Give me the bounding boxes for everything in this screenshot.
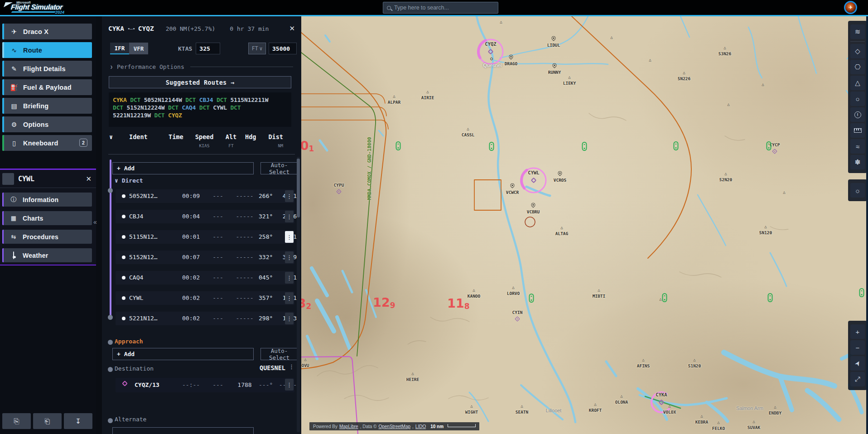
alert-filter-button[interactable]: ! — [850, 107, 865, 122]
wind-layer-button[interactable]: ≈ — [850, 139, 865, 154]
search-bar[interactable] — [383, 2, 498, 14]
route-waypoint-row[interactable]: CAQ400:02--------045°11⋮ — [116, 271, 294, 285]
ktas-label: KTAS — [178, 45, 192, 52]
sidebar-item-flight-details[interactable]: ✎Flight Details — [2, 61, 92, 77]
triangle-waypoint-icon: △ — [620, 394, 622, 398]
sidebar-item-options[interactable]: ⚙Options — [2, 116, 92, 132]
nav-arrow-icon: ➤ — [853, 359, 863, 368]
add-waypoint-input[interactable]: + Add — [112, 162, 254, 174]
vfr-capsule-icon — [489, 142, 494, 151]
sidebar-item-briefing[interactable]: ▤Briefing — [2, 98, 92, 114]
measure-button[interactable] — [850, 123, 865, 138]
route-token: DCT — [230, 104, 241, 111]
sidebar-item-kneeboard[interactable]: ▯Kneeboard2 — [2, 135, 92, 151]
airport-panel-close-button[interactable]: ✕ — [86, 175, 92, 183]
sidebar-item-draco-x[interactable]: ✈Draco X — [2, 24, 92, 39]
route-waypoint-row[interactable]: 5152N12…00:07--------332°37.9⋮ — [116, 251, 294, 264]
accent-bar — [2, 135, 4, 151]
suggested-routes-button[interactable]: Suggested Routes → — [109, 76, 291, 88]
auto-select-button[interactable]: Auto-Select — [260, 348, 298, 360]
weather-layer-button[interactable]: ✽ — [850, 155, 865, 169]
route-waypoint-row[interactable]: CYWL00:02--------357°14.1⋮ — [116, 291, 294, 305]
map-edge-scrollbar[interactable] — [866, 16, 868, 434]
performance-options-expander[interactable]: ❯ Performance Options — [110, 63, 293, 70]
map-canvas[interactable]: △ALPAR△AIRIE△CASSL△LIEKY△ALTAG△LORVO△KAN… — [301, 16, 868, 434]
load-flight-plan-button[interactable]: ⎗ — [33, 413, 62, 429]
destination-menu-button[interactable]: ⋮ — [285, 379, 294, 391]
waypoint-menu-button[interactable]: ⋮ — [285, 292, 294, 304]
section-approach[interactable]: Approach — [115, 338, 143, 345]
airport-panel-item-weather[interactable]: Weather — [2, 248, 92, 262]
triangle-waypoint-icon: △ — [752, 419, 755, 424]
map-toolbar: ≋◇⎔△○!≈✽ — [848, 21, 867, 173]
ndb-icon: ⎔ — [854, 63, 860, 71]
airspace-filter-button[interactable]: ○ — [850, 92, 865, 106]
destination-runway-row[interactable]: CYQZ/13--:-----1788---°-----⋮ — [116, 378, 294, 392]
route-timeline — [110, 159, 111, 318]
route-waypoint-row[interactable]: 5052N12…00:09--------266°49.1⋮ — [116, 189, 294, 203]
collapse-panel-button[interactable]: « — [93, 218, 97, 226]
triangle-waypoint-icon: △ — [783, 190, 785, 194]
accent-bar — [2, 211, 4, 225]
add-waypoint-input[interactable]: + Add — [112, 348, 254, 360]
openstreetmap-link[interactable]: OpenStreetMap — [378, 424, 410, 429]
waypoint-cassl: CASSL — [462, 132, 475, 137]
alternate-add-input[interactable] — [112, 427, 254, 434]
search-input[interactable] — [394, 5, 494, 11]
route-waypoint-row[interactable]: CBJ400:04--------321°24.6⋮ — [116, 210, 294, 223]
ifr-tab[interactable]: IFR — [110, 43, 129, 54]
fullscreen-button[interactable]: ⤢ — [850, 372, 865, 386]
waypoint-menu-button[interactable]: ⋮ — [285, 231, 294, 243]
ktas-input[interactable] — [196, 43, 220, 54]
lido-link[interactable]: LIDO — [415, 424, 426, 429]
circle-icon: ○ — [855, 95, 859, 103]
zoom-in-button[interactable]: + — [850, 324, 865, 339]
map-layers-button[interactable]: ≋ — [850, 24, 865, 39]
obstacle-filter-button[interactable]: △ — [850, 76, 865, 90]
vfr-tab[interactable]: VFR — [129, 43, 148, 54]
airport-symbol-icon — [488, 49, 494, 55]
altitude-unit-select[interactable]: FT ∨ — [248, 43, 266, 54]
triangle-waypoint-icon: △ — [610, 35, 612, 39]
new-flight-plan-button[interactable]: ⎘ — [2, 413, 31, 429]
sidebar-item-fuel-payload[interactable]: ⛽Fuel & Payload — [2, 79, 92, 95]
section-direct[interactable]: ∨ Direct — [115, 177, 143, 184]
airport-panel-item-information[interactable]: ⓘInformation — [2, 193, 92, 207]
sidebar-item-label: Route — [23, 47, 42, 54]
list-scrollbar-thumb[interactable] — [297, 159, 300, 217]
airport-panel-item-procedures[interactable]: ⇆Procedures — [2, 230, 92, 244]
zoom-out-button[interactable]: − — [850, 340, 865, 355]
sidebar-item-route[interactable]: ∿Route — [2, 42, 92, 58]
collapse-all-chevron[interactable]: ∨ — [109, 133, 113, 140]
fuel-icon: ⛽ — [10, 84, 19, 91]
waypoint-menu-button[interactable]: ⋮ — [285, 190, 294, 202]
altitude-input[interactable] — [269, 43, 297, 54]
destination-menu-button[interactable]: ⋮ — [289, 363, 294, 370]
waypoint-vcros: VCROS — [554, 178, 567, 183]
airport-label-cywl: CYWL — [528, 170, 539, 175]
airport-panel-item-charts[interactable]: ▦Charts — [2, 211, 92, 225]
waypoint-5n120: 5N120 — [759, 230, 772, 235]
triangle-waypoint-icon: △ — [723, 45, 726, 50]
save-flight-plan-button[interactable]: ↧ — [64, 413, 92, 429]
maplibre-link[interactable]: MapLibre — [339, 424, 358, 429]
waypoint-menu-button[interactable]: ⋮ — [285, 272, 294, 284]
triangle-waypoint-icon: △ — [470, 404, 473, 408]
vor-filter-button[interactable]: ◇ — [850, 44, 865, 58]
waypoint-menu-button[interactable]: ⋮ — [285, 211, 294, 222]
route-waypoint-row[interactable]: 5221N12…00:02--------298°14.3⋮ — [116, 312, 294, 325]
ndb-filter-button[interactable]: ⎔ — [850, 60, 865, 74]
map-brightness-button[interactable]: ☼ — [850, 183, 865, 198]
auto-select-button[interactable]: Auto-Select — [260, 162, 298, 174]
waypoint-menu-button[interactable]: ⋮ — [285, 313, 294, 324]
route-panel-close-button[interactable]: ✕ — [289, 24, 295, 33]
vor-waypoint-icon — [336, 189, 341, 194]
waypoint-kebra: KEBRA — [695, 420, 709, 424]
triangle-waypoint-icon: △ — [568, 75, 570, 79]
pan-to-aircraft-button[interactable]: ➤ — [850, 356, 865, 371]
triangle-waypoint-icon: △ — [659, 297, 661, 301]
profile-avatar[interactable]: ✈ — [844, 1, 857, 14]
pin-waypoint-icon — [508, 54, 514, 60]
route-waypoint-row[interactable]: 5115N12…00:01--------258°7.1⋮ — [116, 230, 294, 244]
waypoint-menu-button[interactable]: ⋮ — [285, 251, 294, 263]
